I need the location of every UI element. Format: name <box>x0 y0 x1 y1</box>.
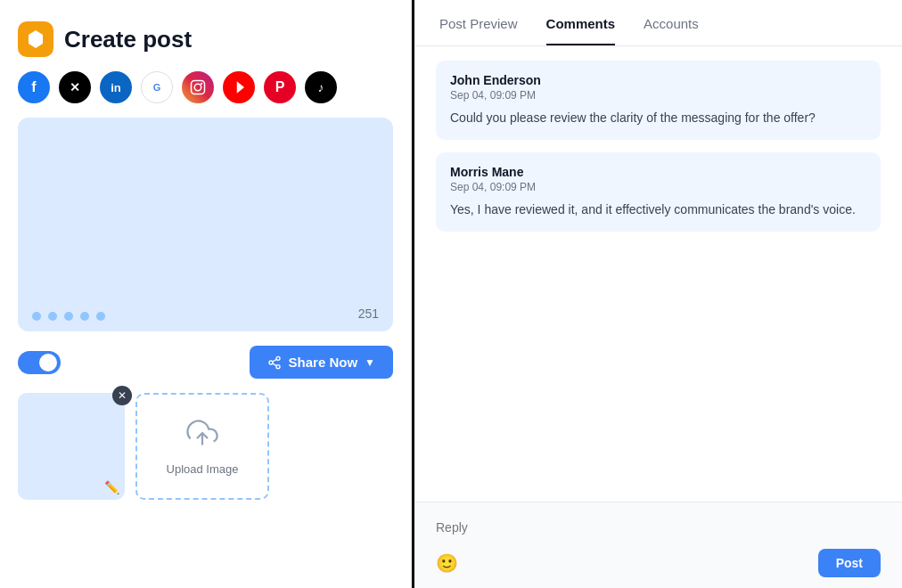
emoji-button[interactable]: 🙂 <box>436 552 458 574</box>
post-reply-button[interactable]: Post <box>818 549 881 577</box>
tab-comments[interactable]: Comments <box>546 16 616 45</box>
comments-list: John Enderson Sep 04, 09:09 PM Could you… <box>414 46 902 502</box>
share-icon <box>267 355 282 370</box>
svg-point-5 <box>269 361 273 364</box>
media-thumbnail[interactable]: ✕ ✏️ <box>18 393 125 500</box>
share-now-button[interactable]: Share Now ▼ <box>250 346 393 379</box>
comment-text-1: Could you please review the clarity of t… <box>450 109 866 127</box>
instagram-icon[interactable] <box>182 71 214 103</box>
comment-time-2: Sep 04, 09:09 PM <box>450 181 866 193</box>
upload-image-area[interactable]: Upload Image <box>135 393 269 500</box>
edit-media-icon[interactable]: ✏️ <box>104 480 119 494</box>
tabs-bar: Post Preview Comments Accounts <box>414 0 902 46</box>
pinterest-icon[interactable]: P <box>264 71 296 103</box>
dot-2 <box>48 312 57 321</box>
header: Create post <box>18 21 393 57</box>
comment-time-1: Sep 04, 09:09 PM <box>450 89 866 102</box>
social-icons-bar: f ✕ in G P ♪ <box>18 71 393 103</box>
page-title: Create post <box>64 26 192 53</box>
toggle-switch[interactable] <box>18 351 61 374</box>
share-button-label: Share Now <box>289 355 358 370</box>
tab-post-preview[interactable]: Post Preview <box>439 16 518 45</box>
comment-card-2: Morris Mane Sep 04, 09:09 PM Yes, I have… <box>436 152 881 232</box>
carousel-dots <box>32 312 105 321</box>
comment-text-2: Yes, I have reviewed it, and it effectiv… <box>450 200 866 219</box>
remove-media-button[interactable]: ✕ <box>112 386 132 405</box>
twitter-icon[interactable]: ✕ <box>59 71 91 103</box>
youtube-icon[interactable] <box>223 71 255 103</box>
post-preview-area[interactable]: 251 <box>18 118 393 331</box>
googlemybusiness-icon[interactable]: G <box>141 71 173 103</box>
svg-point-4 <box>276 356 280 360</box>
dot-1 <box>32 312 41 321</box>
media-row: ✕ ✏️ Upload Image <box>18 393 393 500</box>
upload-label: Upload Image <box>167 462 239 476</box>
svg-point-1 <box>194 84 201 91</box>
svg-line-7 <box>272 363 276 366</box>
dot-3 <box>64 312 73 321</box>
right-panel: Post Preview Comments Accounts John Ende… <box>414 0 902 588</box>
facebook-icon[interactable]: f <box>18 71 50 103</box>
svg-line-8 <box>272 359 276 362</box>
reply-area: 🙂 Post <box>414 502 902 588</box>
linkedin-icon[interactable]: in <box>100 71 132 103</box>
toggle-knob <box>39 354 57 372</box>
actions-row: Share Now ▼ <box>18 346 393 379</box>
chevron-down-icon: ▼ <box>365 356 375 369</box>
app-logo <box>18 21 53 57</box>
svg-marker-3 <box>237 81 244 94</box>
reply-input[interactable] <box>436 513 592 542</box>
char-count: 251 <box>358 306 379 321</box>
comment-card-1: John Enderson Sep 04, 09:09 PM Could you… <box>436 61 881 140</box>
comment-author-2: Morris Mane <box>450 165 866 179</box>
comment-author-1: John Enderson <box>450 73 866 87</box>
svg-point-2 <box>201 83 202 85</box>
reply-toolbar: 🙂 Post <box>436 549 881 577</box>
svg-rect-0 <box>192 81 205 94</box>
tiktok-icon[interactable]: ♪ <box>305 71 337 103</box>
upload-cloud-icon <box>186 417 218 455</box>
svg-point-6 <box>276 364 280 368</box>
tab-accounts[interactable]: Accounts <box>644 16 699 45</box>
dot-4 <box>80 312 89 321</box>
left-panel: Create post f ✕ in G P ♪ 251 <box>0 0 412 588</box>
dot-5 <box>96 312 105 321</box>
